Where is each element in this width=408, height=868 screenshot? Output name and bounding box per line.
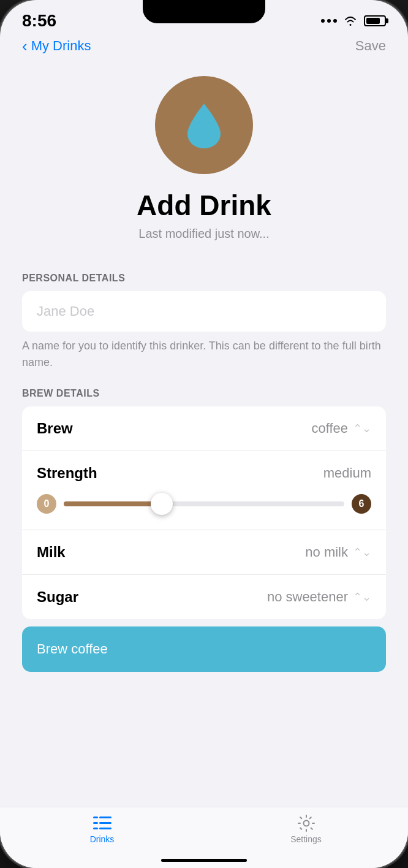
- brew-coffee-hint: Brew coffee: [22, 626, 386, 672]
- sugar-row-value: no sweetener ⌃⌄: [267, 589, 371, 605]
- svg-rect-0: [93, 817, 98, 818]
- strength-header: Strength medium: [37, 465, 371, 482]
- strength-slider-container: 0 6: [37, 492, 371, 516]
- back-chevron-icon: ‹: [22, 38, 28, 54]
- sugar-row[interactable]: Sugar no sweetener ⌃⌄: [22, 575, 386, 619]
- back-label: My Drinks: [31, 38, 91, 54]
- signal-dots-icon: [321, 19, 337, 23]
- slider-thumb[interactable]: [151, 493, 173, 515]
- page-title: Add Drink: [137, 189, 271, 222]
- brew-chevron-icon: ⌃⌄: [353, 422, 371, 435]
- brew-row[interactable]: Brew coffee ⌃⌄: [22, 406, 386, 451]
- strength-section: Strength medium 0 6: [22, 451, 386, 530]
- name-hint: A name for you to identify this drinker.…: [22, 338, 386, 371]
- brew-value-text: coffee: [311, 421, 348, 436]
- svg-rect-4: [93, 828, 98, 829]
- content-area: Add Drink Last modified just now... PERS…: [0, 64, 408, 837]
- personal-details-label: PERSONAL DETAILS: [22, 273, 386, 284]
- brew-details-label: BREW DETAILS: [22, 388, 386, 399]
- nav-bar: ‹ My Drinks Save: [0, 33, 408, 64]
- brew-card: Brew coffee ⌃⌄ Strength medium 0: [22, 406, 386, 619]
- sugar-chevron-icon: ⌃⌄: [353, 590, 371, 604]
- battery-icon: [364, 15, 386, 26]
- svg-rect-1: [99, 817, 111, 818]
- brew-coffee-text: Brew coffee: [37, 641, 108, 657]
- strength-value: medium: [323, 465, 371, 481]
- settings-tab-label: Settings: [290, 834, 322, 844]
- slider-fill: [64, 501, 162, 506]
- tab-settings[interactable]: Settings: [204, 815, 408, 844]
- brew-row-label: Brew: [37, 420, 73, 437]
- sugar-row-label: Sugar: [37, 588, 78, 606]
- page-subtitle: Last modified just now...: [138, 227, 269, 241]
- wifi-icon: [343, 15, 358, 26]
- strength-label: Strength: [37, 465, 97, 482]
- status-time: 8:56: [22, 11, 56, 31]
- svg-rect-3: [99, 822, 111, 824]
- name-input-container: [22, 291, 386, 332]
- home-indicator: [161, 859, 247, 862]
- milk-chevron-icon: ⌃⌄: [353, 546, 371, 559]
- slider-max-label: 6: [352, 494, 371, 514]
- strength-slider[interactable]: [64, 492, 344, 516]
- phone-frame: 8:56 ‹ My Drinks Save: [0, 0, 408, 868]
- save-button[interactable]: Save: [355, 38, 386, 54]
- notch: [143, 0, 265, 23]
- tab-drinks[interactable]: Drinks: [0, 815, 204, 844]
- slider-min-label: 0: [37, 494, 56, 514]
- slider-track: [64, 501, 344, 506]
- sugar-value-text: no sweetener: [267, 589, 348, 605]
- drop-icon: [183, 101, 225, 150]
- drinks-tab-label: Drinks: [90, 834, 115, 844]
- drinks-list-icon: [93, 815, 112, 832]
- avatar-circle[interactable]: [155, 76, 253, 174]
- avatar-section: Add Drink Last modified just now...: [22, 64, 386, 256]
- milk-row[interactable]: Milk no milk ⌃⌄: [22, 530, 386, 575]
- back-button[interactable]: ‹ My Drinks: [22, 38, 91, 54]
- name-input[interactable]: [37, 303, 371, 319]
- milk-row-label: Milk: [37, 544, 66, 561]
- svg-rect-5: [99, 828, 111, 829]
- svg-rect-2: [93, 822, 98, 824]
- gear-icon: [297, 815, 316, 832]
- svg-point-6: [303, 821, 309, 826]
- brew-row-value: coffee ⌃⌄: [311, 421, 371, 436]
- milk-row-value: no milk ⌃⌄: [305, 544, 371, 560]
- status-icons: [321, 15, 386, 26]
- milk-value-text: no milk: [305, 544, 348, 560]
